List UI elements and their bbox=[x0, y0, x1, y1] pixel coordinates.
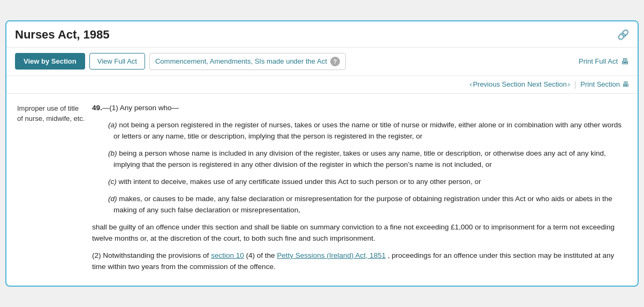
link-icon[interactable]: 🔗 bbox=[617, 29, 629, 41]
item-key-c: (c) bbox=[108, 178, 117, 186]
view-by-section-button[interactable]: View by Section bbox=[15, 53, 85, 70]
commencement-label: Commencement, Amendments, SIs made under… bbox=[155, 57, 327, 65]
side-label-line1: Improper use of title bbox=[17, 103, 86, 114]
section-intro: 49.—(1) Any person who— bbox=[92, 102, 627, 114]
item-key-b: (b) bbox=[108, 149, 117, 157]
section-10-link[interactable]: section 10 bbox=[211, 251, 244, 259]
petty-sessions-link[interactable]: Petty Sessions (Ireland) Act, 1851 bbox=[277, 251, 385, 259]
chevron-right-icon: › bbox=[568, 81, 570, 88]
side-label: Improper use of title of nurse, midwife,… bbox=[17, 102, 92, 275]
print-section-button[interactable]: Print Section 🖶 bbox=[580, 80, 629, 88]
item-text-b: being a person whose name is included in… bbox=[113, 149, 606, 169]
item-key-a: (a) bbox=[108, 121, 117, 129]
side-label-line2: of nurse, midwife, etc. bbox=[17, 113, 86, 124]
help-icon[interactable]: ? bbox=[330, 57, 340, 66]
subsection-list: (a) not being a person registered in the… bbox=[108, 119, 627, 216]
page-title: Nurses Act, 1985 bbox=[15, 28, 110, 42]
section-intro-text: —(1) Any person who— bbox=[102, 104, 179, 112]
content-area: Improper use of title of nurse, midwife,… bbox=[6, 94, 638, 286]
main-window: Nurses Act, 1985 🔗 View by Section View … bbox=[5, 20, 639, 287]
note-paragraph: (2) Notwithstanding the provisions of se… bbox=[92, 250, 627, 273]
previous-section-button[interactable]: ‹ Previous Section bbox=[469, 80, 525, 88]
print-full-area[interactable]: Print Full Act 🖶 bbox=[579, 57, 629, 66]
toolbar: View by Section View Full Act Commenceme… bbox=[6, 48, 638, 76]
list-item: (c) with intent to deceive, makes use of… bbox=[108, 176, 627, 188]
note-prefix: (2) Notwithstanding the provisions of bbox=[92, 251, 211, 259]
nav-separator: | bbox=[574, 80, 577, 89]
list-item: (a) not being a person registered in the… bbox=[108, 119, 627, 142]
note-middle: (4) of the bbox=[244, 251, 277, 259]
commencement-box[interactable]: Commencement, Amendments, SIs made under… bbox=[149, 53, 346, 70]
section-number: 49. bbox=[92, 104, 102, 112]
print-section-icon: 🖶 bbox=[622, 80, 629, 88]
print-full-label: Print Full Act bbox=[579, 57, 618, 65]
chevron-left-icon: ‹ bbox=[469, 81, 472, 88]
view-full-act-button[interactable]: View Full Act bbox=[89, 53, 145, 70]
item-text-c: with intent to deceive, makes use of any… bbox=[119, 178, 481, 186]
print-full-icon: 🖶 bbox=[621, 57, 629, 66]
print-section-label: Print Section bbox=[580, 80, 620, 88]
item-text-a: not being a person registered in the reg… bbox=[113, 121, 622, 141]
item-key-d: (d) bbox=[108, 195, 117, 203]
next-section-label: Next Section bbox=[527, 80, 567, 88]
shall-paragraph: shall be guilty of an offence under this… bbox=[92, 221, 627, 244]
previous-section-label: Previous Section bbox=[473, 80, 525, 88]
list-item: (b) being a person whose name is include… bbox=[108, 148, 627, 171]
title-bar: Nurses Act, 1985 🔗 bbox=[6, 21, 638, 48]
nav-bar: ‹ Previous Section Next Section › | Prin… bbox=[6, 76, 638, 94]
list-item: (d) makes, or causes to be made, any fal… bbox=[108, 193, 627, 216]
main-content: 49.—(1) Any person who— (a) not being a … bbox=[92, 102, 627, 275]
item-text-d: makes, or causes to be made, any false d… bbox=[113, 195, 612, 214]
next-section-button[interactable]: Next Section › bbox=[527, 80, 570, 88]
